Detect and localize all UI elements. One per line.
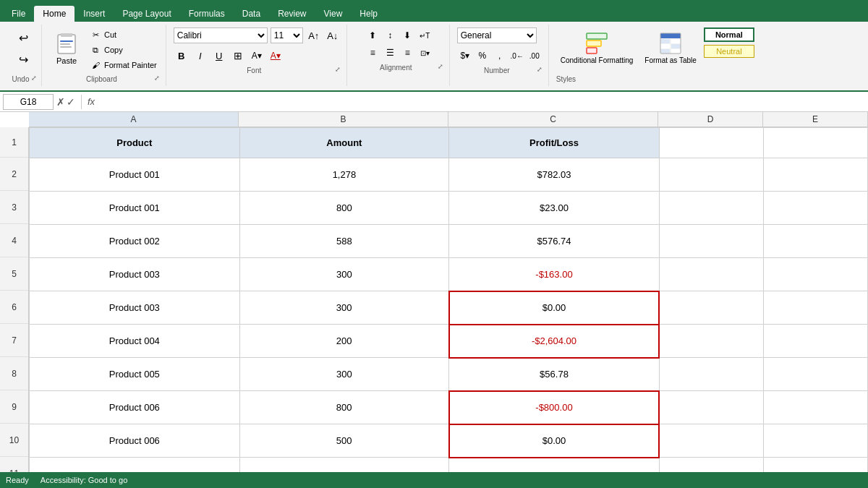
row-num-10[interactable]: 10 <box>0 424 28 457</box>
merge-center-button[interactable]: ⊡▾ <box>417 45 433 61</box>
cell-e2[interactable] <box>763 158 867 192</box>
cell-c8[interactable]: $56.78 <box>449 358 659 391</box>
cell-a3[interactable]: Product 001 <box>30 192 240 225</box>
cell-e3[interactable] <box>763 192 867 225</box>
cell-b1[interactable]: Amount <box>239 128 449 158</box>
number-format-select[interactable]: General <box>457 27 537 43</box>
col-header-d[interactable]: D <box>658 112 763 127</box>
fill-color-button[interactable]: A▾ <box>249 48 265 64</box>
align-center-button[interactable]: ☰ <box>382 45 398 61</box>
row-num-9[interactable]: 9 <box>0 390 28 424</box>
cell-e4[interactable] <box>763 225 867 258</box>
cell-d9[interactable] <box>659 391 763 424</box>
percent-button[interactable]: % <box>475 48 490 64</box>
col-header-b[interactable]: B <box>239 112 448 127</box>
cell-a1[interactable]: Product <box>30 128 240 158</box>
font-size-select[interactable]: 11 <box>271 27 303 43</box>
cell-c3[interactable]: $23.00 <box>449 192 659 225</box>
bold-button[interactable]: B <box>174 48 190 64</box>
cut-button[interactable]: ✂ Cut <box>87 27 160 42</box>
cancel-formula-icon[interactable]: ✗ <box>56 96 65 108</box>
cell-d6[interactable] <box>659 291 763 325</box>
format-as-table-button[interactable]: Format as Table <box>640 27 701 68</box>
cell-c5[interactable]: -$163.00 <box>449 258 659 291</box>
tab-help[interactable]: Help <box>351 6 386 22</box>
cell-c9[interactable]: -$800.00 <box>449 391 659 424</box>
undo-button[interactable]: ↩ <box>14 27 34 48</box>
undo-expand-icon[interactable]: ⤢ <box>31 74 37 82</box>
cell-d10[interactable] <box>659 424 763 458</box>
align-bottom-button[interactable]: ⬇ <box>399 27 415 43</box>
tab-file[interactable]: File <box>3 6 34 22</box>
cell-e6[interactable] <box>763 291 867 325</box>
redo-button[interactable]: ↪ <box>14 49 34 69</box>
comma-button[interactable]: , <box>492 48 508 64</box>
cell-a10[interactable]: Product 006 <box>30 424 240 458</box>
cell-c10[interactable]: $0.00 <box>449 424 659 458</box>
cell-e7[interactable] <box>763 325 867 358</box>
cell-c1[interactable]: Profit/Loss <box>449 128 659 158</box>
cell-b3[interactable]: 800 <box>239 192 449 225</box>
row-num-2[interactable]: 2 <box>0 158 28 191</box>
row-num-8[interactable]: 8 <box>0 357 28 390</box>
cell-e8[interactable] <box>763 358 867 391</box>
decrease-font-button[interactable]: A↓ <box>325 27 341 43</box>
align-left-button[interactable]: ≡ <box>365 45 380 61</box>
paste-button[interactable]: Paste <box>49 27 84 68</box>
cell-a5[interactable]: Product 003 <box>30 258 240 291</box>
row-num-4[interactable]: 4 <box>0 224 28 257</box>
cell-a8[interactable]: Product 005 <box>30 358 240 391</box>
neutral-style-button[interactable]: Neutral <box>704 45 754 58</box>
wrap-text-button[interactable]: ↵T <box>417 27 433 43</box>
tab-insert[interactable]: Insert <box>75 6 114 22</box>
cell-b6[interactable]: 300 <box>239 291 449 325</box>
cell-d3[interactable] <box>659 192 763 225</box>
format-painter-button[interactable]: 🖌 Format Painter <box>87 58 160 72</box>
row-num-5[interactable]: 5 <box>0 257 28 291</box>
font-expand-icon[interactable]: ⤢ <box>335 66 341 73</box>
tab-home[interactable]: Home <box>34 6 75 22</box>
tab-page-layout[interactable]: Page Layout <box>114 6 179 22</box>
borders-button[interactable]: ⊞ <box>230 48 246 64</box>
clipboard-expand-icon[interactable]: ⤢ <box>154 74 160 82</box>
cell-e5[interactable] <box>763 258 867 291</box>
col-header-e[interactable]: E <box>763 112 868 127</box>
cell-e9[interactable] <box>763 391 867 424</box>
cell-a6[interactable]: Product 003 <box>30 291 240 325</box>
col-header-a[interactable]: A <box>29 112 239 127</box>
font-name-select[interactable]: Calibri <box>174 27 268 43</box>
row-num-7[interactable]: 7 <box>0 324 28 357</box>
align-middle-button[interactable]: ↕ <box>382 27 398 43</box>
align-top-button[interactable]: ⬆ <box>365 27 380 43</box>
cell-c4[interactable]: $576.74 <box>449 225 659 258</box>
italic-button[interactable]: I <box>192 48 208 64</box>
cell-b4[interactable]: 588 <box>239 225 449 258</box>
cell-e10[interactable] <box>763 424 867 458</box>
normal-style-button[interactable]: Normal <box>704 27 754 42</box>
cell-b9[interactable]: 800 <box>239 391 449 424</box>
cell-b7[interactable]: 200 <box>239 325 449 358</box>
cell-b8[interactable]: 300 <box>239 358 449 391</box>
cell-d5[interactable] <box>659 258 763 291</box>
row-num-6[interactable]: 6 <box>0 291 28 324</box>
font-color-button[interactable]: A▾ <box>268 48 284 64</box>
row-num-1[interactable]: 1 <box>0 127 28 158</box>
tab-data[interactable]: Data <box>234 6 269 22</box>
currency-button[interactable]: $▾ <box>457 48 473 64</box>
number-expand-icon[interactable]: ⤢ <box>537 66 542 73</box>
cell-name-box[interactable] <box>3 94 54 110</box>
cell-a2[interactable]: Product 001 <box>30 158 240 192</box>
cell-d2[interactable] <box>659 158 763 192</box>
underline-button[interactable]: U <box>211 48 227 64</box>
col-header-c[interactable]: C <box>448 112 658 127</box>
tab-review[interactable]: Review <box>269 6 315 22</box>
tab-view[interactable]: View <box>315 6 352 22</box>
conditional-formatting-button[interactable]: Conditional Formatting <box>556 27 638 68</box>
cell-d4[interactable] <box>659 225 763 258</box>
copy-button[interactable]: ⧉ Copy <box>87 43 160 57</box>
cell-c7[interactable]: -$2,604.00 <box>449 325 659 358</box>
decrease-decimal-button[interactable]: .0← <box>509 48 525 64</box>
cell-b5[interactable]: 300 <box>239 258 449 291</box>
cell-d7[interactable] <box>659 325 763 358</box>
formula-input[interactable] <box>98 94 865 110</box>
